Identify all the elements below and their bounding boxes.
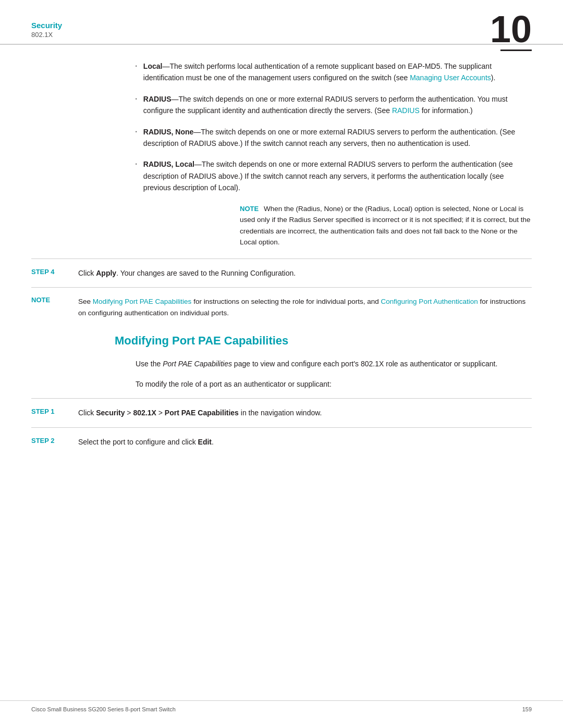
body-para-1: Use the Port PAE Capabilities page to vi…: [136, 358, 532, 369]
apply-bold: Apply: [96, 269, 116, 277]
italic-text: Port PAE Capabilities: [163, 360, 232, 368]
list-item: ▪ RADIUS—The switch depends on one or mo…: [136, 93, 532, 117]
step-2: STEP 2 Select the port to configure and …: [31, 436, 532, 448]
step-4: STEP 4 Click Apply. Your changes are sav…: [31, 267, 532, 279]
bullet-text-radius-none: RADIUS, None—The switch depends on one o…: [143, 126, 532, 150]
radius-link[interactable]: RADIUS: [392, 106, 420, 115]
step2-label: STEP 2: [31, 436, 78, 445]
radius-local-label: RADIUS, Local: [143, 160, 194, 168]
bullet-icon: ▪: [136, 129, 137, 134]
local-label: Local: [143, 62, 163, 70]
bullet-icon: ▪: [136, 162, 137, 166]
radius-label: RADIUS: [143, 95, 172, 103]
list-item: ▪ Local—The switch performs local authen…: [136, 60, 532, 84]
inline-note: NOTE When the (Radius, None) or the (Rad…: [240, 203, 532, 248]
edit-bold: Edit: [198, 438, 212, 446]
8021x-bold: 802.1X: [133, 409, 156, 417]
radius-none-label: RADIUS, None: [143, 128, 193, 136]
main-content: ▪ Local—The switch performs local authen…: [0, 60, 563, 487]
chapter-number: 10: [490, 10, 532, 48]
list-item: ▪ RADIUS, Local—The switch depends on on…: [136, 158, 532, 193]
bullet-text-radius-local: RADIUS, Local—The switch depends on one …: [143, 158, 532, 193]
note-section-label: NOTE: [31, 296, 78, 304]
section-label: Security: [31, 21, 532, 30]
footer-page-number: 159: [522, 706, 532, 712]
step4-text: Click Apply. Your changes are saved to t…: [78, 267, 296, 279]
subsection-label: 802.1X: [31, 31, 532, 39]
security-bold: Security: [96, 409, 125, 417]
step-1: STEP 1 Click Security > 802.1X > Port PA…: [31, 407, 532, 418]
note-section-text: See Modifying Port PAE Capabilities for …: [78, 296, 532, 318]
step4-container: STEP 4 Click Apply. Your changes are sav…: [31, 258, 532, 279]
modifying-port-pae-link[interactable]: Modifying Port PAE Capabilities: [93, 298, 192, 305]
step4-label: STEP 4: [31, 267, 78, 276]
body-para-2: To modify the role of a port as an authe…: [136, 378, 532, 390]
bullet-icon: ▪: [136, 96, 137, 101]
step2-text: Select the port to configure and click E…: [78, 436, 214, 448]
bullet-icon: ▪: [136, 64, 137, 68]
managing-user-accounts-link[interactable]: Managing User Accounts: [410, 73, 491, 82]
bullet-list: ▪ Local—The switch performs local authen…: [136, 60, 532, 248]
footer-left: Cisco Small Business SG200 Series 8-port…: [31, 706, 176, 712]
step1-label: STEP 1: [31, 407, 78, 415]
chapter-number-bar: [500, 50, 532, 51]
page-footer: Cisco Small Business SG200 Series 8-port…: [0, 700, 563, 712]
bullet-text-local: Local—The switch performs local authenti…: [143, 60, 532, 84]
step1-container: STEP 1 Click Security > 802.1X > Port PA…: [31, 398, 532, 418]
note-section: NOTE See Modifying Port PAE Capabilities…: [31, 287, 532, 318]
note-label: NOTE: [240, 205, 259, 213]
port-pae-cap-bold: Port PAE Capabilities: [165, 409, 239, 417]
section-heading: Modifying Port PAE Capabilities: [115, 334, 532, 348]
bullet-text-radius: RADIUS—The switch depends on one or more…: [143, 93, 532, 117]
step1-text: Click Security > 802.1X > Port PAE Capab…: [78, 407, 322, 418]
page-container: Security 802.1X 10 ▪ Local—The switch pe…: [0, 0, 563, 728]
list-item: ▪ RADIUS, None—The switch depends on one…: [136, 126, 532, 150]
note-text: When the (Radius, None) or the (Radius, …: [240, 205, 531, 246]
page-header: Security 802.1X 10: [0, 0, 563, 45]
step2-container: STEP 2 Select the port to configure and …: [31, 427, 532, 448]
configuring-port-auth-link[interactable]: Configuring Port Authentication: [381, 298, 478, 305]
